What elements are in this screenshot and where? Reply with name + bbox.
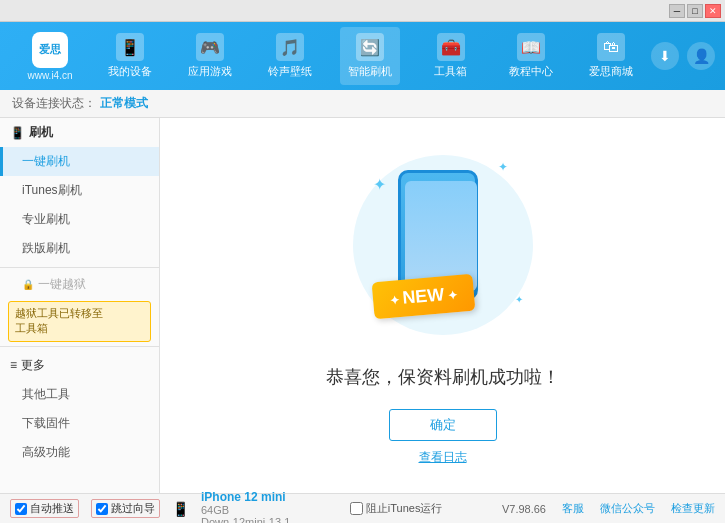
nav-toolbox[interactable]: 🧰 工具箱 [421, 27, 481, 85]
more-section-label: 更多 [21, 357, 45, 374]
my-device-label: 我的设备 [108, 64, 152, 79]
minimize-button[interactable]: ─ [669, 4, 685, 18]
sparkle-1: ✦ [373, 175, 386, 194]
nav-my-device[interactable]: 📱 我的设备 [100, 27, 160, 85]
title-bar: ─ □ ✕ [0, 0, 725, 22]
logo-icon: 爱思 [32, 32, 68, 68]
sidebar-divider-1 [0, 267, 159, 268]
download-button[interactable]: ⬇ [651, 42, 679, 70]
app-games-icon: 🎮 [196, 33, 224, 61]
smart-flash-icon: 🔄 [356, 33, 384, 61]
auto-eject-label: 自动推送 [30, 501, 74, 516]
device-storage: 64GB [201, 504, 290, 516]
stop-itunes[interactable]: 阻止iTunes运行 [350, 501, 443, 516]
shop-icon: 🛍 [597, 33, 625, 61]
status-value: 正常模式 [100, 95, 148, 112]
sidebar-divider-2 [0, 346, 159, 347]
device-name: iPhone 12 mini [201, 490, 290, 504]
my-device-icon: 📱 [116, 33, 144, 61]
device-info: iPhone 12 mini 64GB Down-12mini-13,1 [201, 490, 290, 524]
app-games-label: 应用游戏 [188, 64, 232, 79]
status-label: 设备连接状态： [12, 95, 96, 112]
stop-itunes-label: 阻止iTunes运行 [366, 501, 443, 516]
phone-illustration: ✦ ✦ ✦ NEW [343, 145, 543, 345]
auto-eject-input[interactable] [15, 503, 27, 515]
nav-smart-flash[interactable]: 🔄 智能刷机 [340, 27, 400, 85]
sidebar-disabled-jailbreak: 🔒 一键越狱 [0, 272, 159, 297]
sidebar-item-download-firmware[interactable]: 下载固件 [0, 409, 159, 438]
status-bar: 设备连接状态： 正常模式 [0, 90, 725, 118]
close-button[interactable]: ✕ [705, 4, 721, 18]
flash-section-icon: 📱 [10, 126, 25, 140]
device-detail: Down-12mini-13,1 [201, 516, 290, 524]
ringtone-label: 铃声壁纸 [268, 64, 312, 79]
user-button[interactable]: 👤 [687, 42, 715, 70]
bottom-bar: 自动推送 跳过向导 📱 iPhone 12 mini 64GB Down-12m… [0, 493, 725, 523]
skip-wizard-input[interactable] [96, 503, 108, 515]
main-layout: 📱 刷机 一键刷机 iTunes刷机 专业刷机 跌版刷机 🔒 一键越狱 越狱工具… [0, 118, 725, 493]
skip-wizard-checkbox[interactable]: 跳过向导 [91, 499, 160, 518]
maximize-button[interactable]: □ [687, 4, 703, 18]
more-section-icon: ≡ [10, 358, 17, 372]
customer-service-link[interactable]: 客服 [562, 501, 584, 516]
content-area: ✦ ✦ ✦ NEW 恭喜您，保资料刷机成功啦！ 确定 查看日志 [160, 118, 725, 493]
sidebar-item-downgrade-flash[interactable]: 跌版刷机 [0, 234, 159, 263]
tutorial-icon: 📖 [517, 33, 545, 61]
nav-ringtone[interactable]: 🎵 铃声壁纸 [260, 27, 320, 85]
stop-itunes-checkbox[interactable] [350, 502, 363, 515]
ringtone-icon: 🎵 [276, 33, 304, 61]
confirm-button[interactable]: 确定 [389, 409, 497, 441]
version-text: V7.98.66 [502, 503, 546, 515]
sidebar-section-more: ≡ 更多 [0, 351, 159, 380]
toolbox-label: 工具箱 [434, 64, 467, 79]
lock-icon: 🔒 [22, 279, 34, 290]
skip-wizard-label: 跳过向导 [111, 501, 155, 516]
logo-site: www.i4.cn [27, 70, 72, 81]
nav-shop[interactable]: 🛍 爱思商城 [581, 27, 641, 85]
smart-flash-label: 智能刷机 [348, 64, 392, 79]
toolbox-icon: 🧰 [437, 33, 465, 61]
sidebar: 📱 刷机 一键刷机 iTunes刷机 专业刷机 跌版刷机 🔒 一键越狱 越狱工具… [0, 118, 160, 493]
header-right: ⬇ 👤 [651, 42, 715, 70]
nav-app-games[interactable]: 🎮 应用游戏 [180, 27, 240, 85]
nav-bar: 📱 我的设备 🎮 应用游戏 🎵 铃声壁纸 🔄 智能刷机 🧰 工具箱 📖 教程中心… [90, 27, 651, 85]
bottom-right: V7.98.66 客服 微信公众号 检查更新 [502, 501, 715, 516]
success-message: 恭喜您，保资料刷机成功啦！ [326, 365, 560, 389]
device-info-area: 📱 iPhone 12 mini 64GB Down-12mini-13,1 [172, 490, 290, 524]
sidebar-item-other-tools[interactable]: 其他工具 [0, 380, 159, 409]
nav-tutorial[interactable]: 📖 教程中心 [501, 27, 561, 85]
view-log-link[interactable]: 查看日志 [419, 449, 467, 466]
device-phone-icon: 📱 [172, 501, 189, 517]
sidebar-jailbreak-notice: 越狱工具已转移至工具箱 [8, 301, 151, 342]
logo: 爱思 www.i4.cn [10, 32, 90, 81]
bottom-left: 自动推送 跳过向导 📱 iPhone 12 mini 64GB Down-12m… [10, 490, 290, 524]
sparkle-2: ✦ [498, 160, 508, 174]
sidebar-item-advanced[interactable]: 高级功能 [0, 438, 159, 467]
sidebar-item-one-key-flash[interactable]: 一键刷机 [0, 147, 159, 176]
sidebar-item-pro-flash[interactable]: 专业刷机 [0, 205, 159, 234]
sidebar-section-flash: 📱 刷机 [0, 118, 159, 147]
auto-eject-checkbox[interactable]: 自动推送 [10, 499, 79, 518]
check-update-link[interactable]: 检查更新 [671, 501, 715, 516]
header: 爱思 www.i4.cn 📱 我的设备 🎮 应用游戏 🎵 铃声壁纸 🔄 智能刷机… [0, 22, 725, 90]
wechat-public-link[interactable]: 微信公众号 [600, 501, 655, 516]
sidebar-item-itunes-flash[interactable]: iTunes刷机 [0, 176, 159, 205]
tutorial-label: 教程中心 [509, 64, 553, 79]
sparkle-3: ✦ [515, 294, 523, 305]
flash-section-label: 刷机 [29, 124, 53, 141]
shop-label: 爱思商城 [589, 64, 633, 79]
